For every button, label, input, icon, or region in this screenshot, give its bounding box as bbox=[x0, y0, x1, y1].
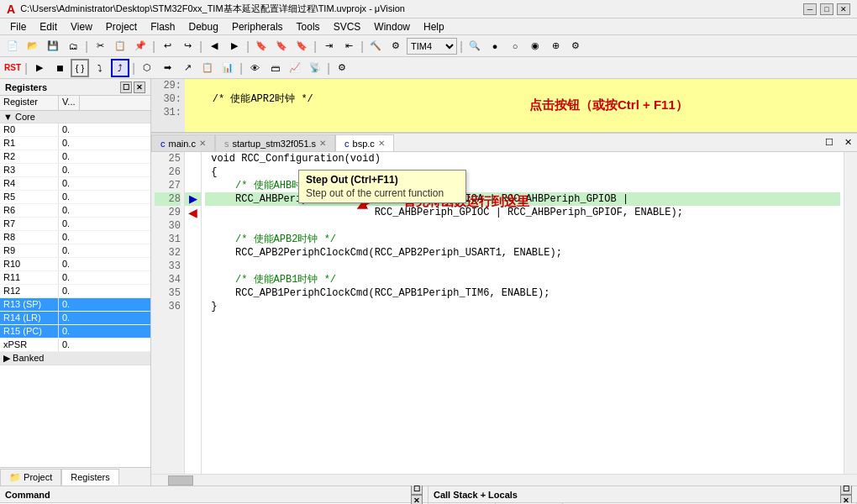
menu-tools[interactable]: Tools bbox=[290, 18, 327, 35]
registers-close-btn[interactable]: ✕ bbox=[134, 81, 145, 93]
settings-btn[interactable]: ⚙ bbox=[566, 37, 585, 55]
main-c-close[interactable]: ✕ bbox=[199, 139, 206, 148]
code-line-34: /* 使能APB1时钟 */ bbox=[205, 273, 840, 286]
save-btn[interactable]: 💾 bbox=[44, 37, 62, 55]
reg-row-r13[interactable]: R13 (SP)0. bbox=[0, 298, 150, 312]
cmd-btn2[interactable]: 📊 bbox=[218, 59, 237, 77]
menu-window[interactable]: Window bbox=[367, 18, 417, 35]
mem-btn[interactable]: 🗃 bbox=[266, 59, 284, 77]
debug-btn4[interactable]: ⊕ bbox=[546, 37, 565, 55]
reg-row-r15[interactable]: R15 (PC)0. bbox=[0, 325, 150, 339]
menu-flash[interactable]: Flash bbox=[144, 18, 181, 35]
new-btn[interactable]: 📄 bbox=[3, 37, 22, 55]
undo-btn[interactable]: ↩ bbox=[158, 37, 176, 55]
menu-help[interactable]: Help bbox=[417, 18, 451, 35]
reg-row-r7[interactable]: R70. bbox=[0, 218, 150, 231]
breakpoint-btn[interactable]: ⬡ bbox=[138, 59, 156, 77]
startup-close[interactable]: ✕ bbox=[319, 139, 326, 148]
reg-row-r10[interactable]: R100. bbox=[0, 258, 150, 271]
menu-file[interactable]: File bbox=[3, 18, 33, 35]
editor-hscroll[interactable] bbox=[151, 474, 857, 486]
debug-btn1[interactable]: ● bbox=[486, 37, 504, 55]
reg-row-r9[interactable]: R90. bbox=[0, 244, 150, 258]
reg-row-r8[interactable]: R80. bbox=[0, 231, 150, 244]
core-group[interactable]: ▼ Core bbox=[0, 111, 150, 123]
menu-view[interactable]: View bbox=[64, 18, 99, 35]
step-over-btn[interactable]: ⤵ bbox=[91, 59, 109, 77]
registers-panel-controls: ☐ ✕ bbox=[120, 81, 145, 93]
perf-btn[interactable]: 📈 bbox=[286, 59, 304, 77]
minimize-button[interactable]: ─ bbox=[803, 3, 817, 15]
hscroll-thumb[interactable] bbox=[168, 475, 193, 486]
redo-btn[interactable]: ↪ bbox=[178, 37, 197, 55]
bookmark2-btn[interactable]: 🔖 bbox=[272, 37, 291, 55]
menu-project[interactable]: Project bbox=[99, 18, 144, 35]
cut-btn[interactable]: ✂ bbox=[91, 37, 109, 55]
tab-registers[interactable]: Registers bbox=[61, 469, 118, 486]
save-all-btn[interactable]: 🗂 bbox=[64, 37, 82, 55]
tab-startup[interactable]: s startup_stm32f051.s ✕ bbox=[215, 134, 335, 151]
reg-row-xpsr[interactable]: xPSR0. bbox=[0, 339, 150, 352]
debug-btn3[interactable]: ◉ bbox=[526, 37, 544, 55]
debug-run-btn[interactable]: ▶ bbox=[30, 59, 49, 77]
indent-btn[interactable]: ⇥ bbox=[319, 37, 338, 55]
show-next-btn[interactable]: ↗ bbox=[178, 59, 197, 77]
reg-row-r12[interactable]: R120. bbox=[0, 285, 150, 298]
menu-svcs[interactable]: SVCS bbox=[327, 18, 368, 35]
reg-row-r11[interactable]: R110. bbox=[0, 271, 150, 285]
tab-main-c[interactable]: c main.c ✕ bbox=[151, 134, 215, 151]
maximize-button[interactable]: □ bbox=[820, 3, 833, 15]
watch-btn[interactable]: 👁 bbox=[245, 59, 264, 77]
step-out-btn[interactable]: ⤴ bbox=[111, 59, 129, 77]
menu-edit[interactable]: Edit bbox=[33, 18, 64, 35]
run-to-btn[interactable]: ➡ bbox=[158, 59, 176, 77]
reg-row-r1[interactable]: R10. bbox=[0, 137, 150, 150]
build-btn[interactable]: 🔨 bbox=[366, 37, 385, 55]
open-btn[interactable]: 📂 bbox=[24, 37, 42, 55]
title-bar: A C:\Users\Administrator\Desktop\STM32F0… bbox=[0, 0, 857, 18]
debug-stop-btn[interactable]: ⏹ bbox=[50, 59, 69, 77]
debug-btn2[interactable]: ○ bbox=[506, 37, 524, 55]
search-btn[interactable]: 🔍 bbox=[465, 37, 484, 55]
conf-btn[interactable]: ⚙ bbox=[333, 59, 351, 77]
banked-group[interactable]: ▶ Banked bbox=[0, 352, 150, 365]
tab-project[interactable]: 📁 Project bbox=[0, 469, 61, 486]
tab-bsp-c[interactable]: c bsp.c ✕ bbox=[335, 134, 394, 151]
editor-float-btn[interactable]: ☐ bbox=[820, 133, 839, 151]
red-arrow-marker: ◀ bbox=[188, 206, 197, 219]
copy-btn[interactable]: 📋 bbox=[111, 37, 129, 55]
menu-debug[interactable]: Debug bbox=[182, 18, 225, 35]
reset-btn[interactable]: RST bbox=[3, 59, 22, 77]
step-btn[interactable]: { } bbox=[71, 59, 89, 77]
top-line-numbers: 29: 30: 31: bbox=[151, 79, 185, 132]
reg-row-r14[interactable]: R14 (LR)0. bbox=[0, 312, 150, 325]
serial-btn[interactable]: 📡 bbox=[306, 59, 324, 77]
reg-row-r4[interactable]: R40. bbox=[0, 177, 150, 191]
menu-peripherals[interactable]: Peripherals bbox=[225, 18, 290, 35]
reg-row-r6[interactable]: R60. bbox=[0, 204, 150, 218]
outdent-btn[interactable]: ⇤ bbox=[339, 37, 358, 55]
close-button[interactable]: ✕ bbox=[837, 3, 850, 15]
reg-row-r5[interactable]: R50. bbox=[0, 191, 150, 204]
sep-d3: | bbox=[239, 59, 244, 77]
code-line-33 bbox=[205, 260, 840, 273]
startup-icon: s bbox=[224, 139, 229, 149]
bookmark1-btn[interactable]: 🔖 bbox=[252, 37, 271, 55]
back-btn[interactable]: ◀ bbox=[205, 37, 223, 55]
editor-close-btn[interactable]: ✕ bbox=[839, 133, 857, 151]
code-line-25: void RCC_Configuration(void) bbox=[205, 152, 840, 165]
reg-row-r2[interactable]: R20. bbox=[0, 150, 150, 164]
cmd-btn1[interactable]: 📋 bbox=[198, 59, 217, 77]
editor-scrollbar[interactable] bbox=[844, 152, 857, 474]
registers-float-btn[interactable]: ☐ bbox=[120, 81, 132, 93]
reg-row-r3[interactable]: R30. bbox=[0, 164, 150, 177]
sep-d4: | bbox=[326, 59, 331, 77]
fwd-btn[interactable]: ▶ bbox=[225, 37, 244, 55]
paste-btn[interactable]: 📌 bbox=[131, 37, 150, 55]
bookmark3-btn[interactable]: 🔖 bbox=[292, 37, 311, 55]
target-combo[interactable]: TIM4 bbox=[407, 38, 457, 55]
sep1: | bbox=[84, 37, 89, 55]
rebuild-btn[interactable]: ⚙ bbox=[386, 37, 405, 55]
reg-row-r0[interactable]: R00. bbox=[0, 123, 150, 137]
bsp-c-close[interactable]: ✕ bbox=[378, 139, 385, 148]
